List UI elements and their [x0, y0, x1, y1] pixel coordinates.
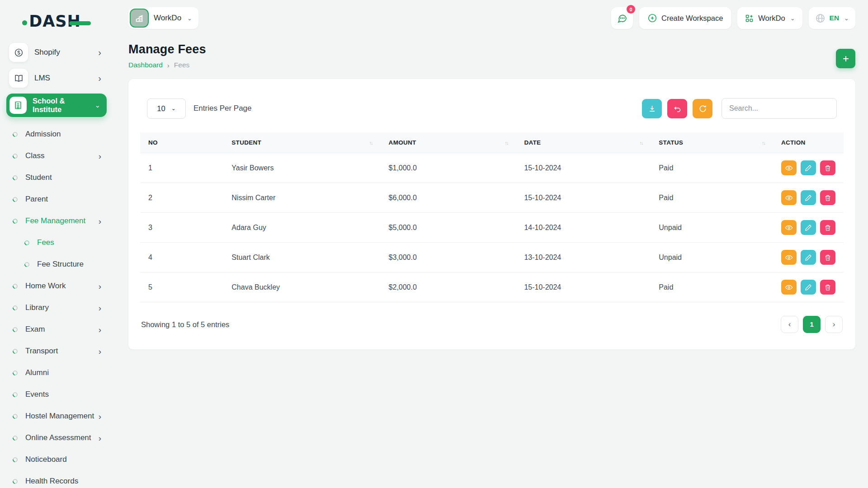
cell-amount: $6,000.0	[381, 183, 516, 213]
sort-icon[interactable]: ↑↓	[639, 140, 642, 145]
column-label: STATUS	[659, 139, 683, 146]
edit-button[interactable]	[801, 160, 816, 175]
sidebar-item-home-work[interactable]: Home Work›	[6, 275, 107, 297]
sidebar-item-label: Fee Management	[25, 216, 99, 225]
sidebar-item-label: Shopify	[34, 48, 98, 57]
pagination-next-button[interactable]: ›	[825, 316, 843, 333]
refresh-button[interactable]	[693, 99, 712, 118]
table-row: 2Nissim Carter$6,000.015-10-2024Paid	[140, 183, 844, 213]
cell-amount: $5,000.0	[381, 213, 516, 243]
column-header-amount[interactable]: AMOUNT↑↓	[381, 132, 516, 153]
sidebar-item-parent[interactable]: Parent	[6, 188, 107, 210]
ring-icon	[12, 478, 19, 484]
sidebar-item-fees[interactable]: Fees	[6, 232, 107, 253]
ring-icon	[12, 282, 19, 289]
sidebar-item-alumni[interactable]: Alumni	[6, 362, 107, 384]
edit-button[interactable]	[801, 190, 816, 205]
table-body: 1Yasir Bowers$1,000.015-10-2024Paid2Niss…	[140, 153, 844, 302]
sidebar-item-hostel-management[interactable]: Hostel Management›	[6, 405, 107, 427]
cell-no: 4	[140, 243, 223, 272]
view-button[interactable]	[781, 160, 797, 175]
cell-action	[773, 183, 844, 213]
sidebar-item-label: Noticeboard	[25, 455, 101, 464]
view-button[interactable]	[781, 280, 797, 295]
sidebar-item-online-assessment[interactable]: Online Assessment›	[6, 427, 107, 449]
table-footer: Showing 1 to 5 of 5 entries ‹ 1 ›	[140, 316, 844, 333]
column-header-inner: DATE↑↓	[524, 139, 642, 146]
column-header-date[interactable]: DATE↑↓	[516, 132, 651, 153]
ring-icon	[12, 347, 19, 354]
sidebar-item-label: Health Records	[25, 477, 101, 486]
cell-no: 5	[140, 272, 223, 302]
column-header-student[interactable]: STUDENT↑↓	[223, 132, 380, 153]
export-download-button[interactable]	[642, 99, 662, 118]
sort-icon[interactable]: ↑↓	[369, 140, 373, 145]
sidebar-item-events[interactable]: Events	[6, 384, 107, 405]
entries-per-page-select[interactable]: 10 ⌄	[147, 99, 186, 119]
undo-icon	[673, 104, 682, 113]
pagination-page-1[interactable]: 1	[803, 316, 821, 333]
sidebar-item-fee-management[interactable]: Fee Management›	[6, 210, 107, 232]
globe-icon	[815, 13, 826, 23]
delete-button[interactable]	[820, 220, 835, 235]
sidebar-top-nav: Shopify›LMS›	[0, 39, 113, 89]
view-button[interactable]	[781, 220, 797, 235]
view-button[interactable]	[781, 250, 797, 265]
sidebar-item-student[interactable]: Student	[6, 167, 107, 188]
row-actions	[781, 220, 835, 235]
add-fee-button[interactable]	[836, 49, 855, 68]
column-header-no: NO	[140, 132, 223, 153]
sidebar-item-admission[interactable]: Admission	[6, 123, 107, 145]
sidebar-item-lms[interactable]: LMS›	[6, 67, 107, 89]
page-title-block: Manage Fees Dashboard › Fees	[128, 42, 206, 69]
edit-button[interactable]	[801, 250, 816, 265]
sidebar-item-school-institute[interactable]: School & Institute ⌄	[6, 94, 107, 117]
row-actions	[781, 160, 835, 175]
sidebar-item-noticeboard[interactable]: Noticeboard	[6, 449, 107, 470]
sidebar-item-transport[interactable]: Transport›	[6, 340, 107, 362]
sort-icon[interactable]: ↑↓	[505, 140, 508, 145]
sidebar-item-label: Transport	[25, 347, 99, 356]
main-area: WorkDo ⌄ 0 Create Workspace WorkDo ⌄	[113, 0, 868, 488]
breadcrumb-dashboard-link[interactable]: Dashboard	[128, 61, 163, 69]
column-header-inner: ACTION	[781, 139, 835, 146]
create-workspace-button[interactable]: Create Workspace	[639, 7, 731, 29]
pagination: ‹ 1 ›	[781, 316, 843, 333]
sidebar-item-class[interactable]: Class›	[6, 145, 107, 167]
sidebar-menu: AdmissionClass›StudentParentFee Manageme…	[0, 122, 113, 488]
cell-action	[773, 153, 844, 183]
ring-icon	[12, 152, 19, 159]
sidebar-item-exam[interactable]: Exam›	[6, 319, 107, 340]
chevron-right-icon: ›	[99, 325, 101, 334]
cell-no: 1	[140, 153, 223, 183]
delete-button[interactable]	[820, 280, 835, 295]
column-header-status[interactable]: STATUS↑↓	[651, 132, 773, 153]
entries-control: 10 ⌄ Entries Per Page	[147, 99, 252, 119]
sort-icon[interactable]: ↑↓	[762, 140, 765, 145]
page-header: Manage Fees Dashboard › Fees	[128, 42, 855, 69]
messages-button[interactable]: 0	[611, 7, 633, 29]
search-input[interactable]	[722, 98, 837, 119]
sidebar-item-health-records[interactable]: Health Records	[6, 470, 107, 488]
sidebar-item-library[interactable]: Library›	[6, 297, 107, 319]
download-icon	[648, 104, 656, 113]
workspace-selector[interactable]: WorkDo ⌄	[128, 7, 198, 29]
delete-button[interactable]	[820, 250, 835, 265]
cell-date: 15-10-2024	[516, 183, 651, 213]
view-button[interactable]	[781, 190, 797, 205]
ring-icon	[24, 239, 30, 246]
cell-date: 15-10-2024	[516, 153, 651, 183]
undo-button[interactable]	[667, 99, 687, 118]
language-selector[interactable]: EN ⌄	[809, 7, 855, 29]
workdo-label: WorkDo	[758, 14, 785, 23]
workdo-menu-button[interactable]: WorkDo ⌄	[737, 7, 802, 29]
sidebar-item-label: Fee Structure	[37, 260, 101, 269]
edit-button[interactable]	[801, 220, 816, 235]
edit-button[interactable]	[801, 280, 816, 295]
pagination-prev-button[interactable]: ‹	[781, 316, 798, 333]
sidebar-item-shopify[interactable]: Shopify›	[6, 42, 107, 63]
delete-button[interactable]	[820, 160, 835, 175]
delete-button[interactable]	[820, 190, 835, 205]
sidebar-item-fee-structure[interactable]: Fee Structure	[6, 253, 107, 275]
column-label: NO	[148, 139, 158, 146]
